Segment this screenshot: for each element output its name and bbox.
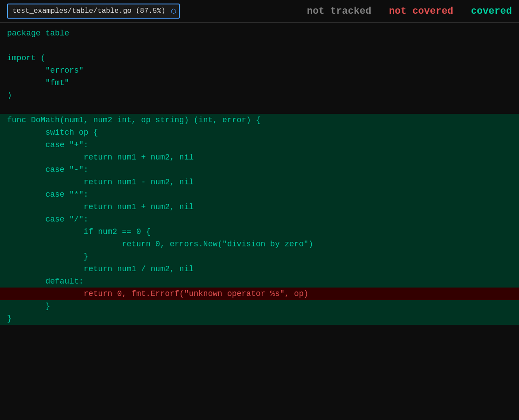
code-line-content: } — [0, 300, 519, 312]
code-line: return num1 / num2, nil — [0, 263, 519, 275]
code-line: case "+": — [0, 139, 519, 151]
code-area: package table import ( "errors" "fmt") f… — [0, 23, 519, 329]
coverage-legend: not tracked not covered covered — [307, 6, 512, 17]
code-line: return 0, fmt.Errorf("unknown operator %… — [0, 288, 519, 300]
code-line: case "/": — [0, 213, 519, 226]
code-line-content: default: — [0, 275, 519, 288]
code-line-content: "fmt" — [0, 77, 519, 89]
code-line-content: return 0, errors.New("division by zero") — [0, 238, 519, 250]
code-line-content: case "*": — [0, 188, 519, 201]
code-line-content: case "/": — [0, 213, 519, 226]
code-line: "fmt" — [0, 77, 519, 89]
code-line: } — [0, 300, 519, 312]
code-line: return 0, errors.New("division by zero") — [0, 238, 519, 250]
code-line: return num1 + num2, nil — [0, 201, 519, 213]
code-line-content: case "-": — [0, 163, 519, 176]
code-line-content: } — [0, 312, 519, 325]
code-line: case "-": — [0, 163, 519, 176]
code-line: } — [0, 312, 519, 325]
code-line-content: } — [0, 250, 519, 263]
legend-not-tracked: not tracked — [307, 6, 371, 17]
code-line: return num1 + num2, nil — [0, 151, 519, 163]
legend-covered: covered — [471, 6, 512, 17]
file-selector[interactable]: test_examples/table/table.go (87.5%) — [7, 4, 180, 19]
code-line-content: switch op { — [0, 126, 519, 139]
code-line-content: import ( — [0, 52, 519, 64]
code-line: import ( — [0, 52, 519, 64]
file-selector-wrapper[interactable]: test_examples/table/table.go (87.5%) ⬡ — [7, 4, 180, 19]
code-line-content: if num2 == 0 { — [0, 226, 519, 238]
code-line: switch op { — [0, 126, 519, 139]
code-line: } — [0, 250, 519, 263]
code-line: ) — [0, 89, 519, 101]
code-line-content: return num1 + num2, nil — [0, 201, 519, 213]
code-line — [0, 101, 519, 114]
code-line-content: return num1 + num2, nil — [0, 151, 519, 163]
code-line: package table — [0, 27, 519, 39]
code-line: default: — [0, 275, 519, 288]
code-line: "errors" — [0, 64, 519, 77]
code-line-content: func DoMath(num1, num2 int, op string) (… — [0, 114, 519, 126]
code-line-content — [0, 39, 519, 52]
code-line: if num2 == 0 { — [0, 226, 519, 238]
header: test_examples/table/table.go (87.5%) ⬡ n… — [0, 0, 519, 23]
code-line: func DoMath(num1, num2 int, op string) (… — [0, 114, 519, 126]
code-line-content: return 0, fmt.Errorf("unknown operator %… — [0, 288, 519, 300]
code-line — [0, 39, 519, 52]
legend-not-covered: not covered — [389, 6, 453, 17]
code-line-content: package table — [0, 27, 519, 39]
code-line-content: case "+": — [0, 139, 519, 151]
code-line: return num1 - num2, nil — [0, 176, 519, 188]
code-line-content: "errors" — [0, 64, 519, 77]
code-line-content: ) — [0, 89, 519, 101]
code-line: case "*": — [0, 188, 519, 201]
code-line-content: return num1 / num2, nil — [0, 263, 519, 275]
code-line-content: return num1 - num2, nil — [0, 176, 519, 188]
code-line-content — [0, 101, 519, 114]
